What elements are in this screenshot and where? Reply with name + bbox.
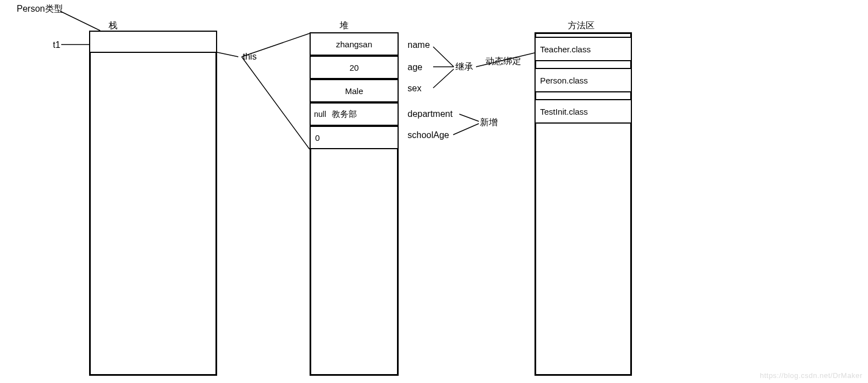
heap-cell-age: 20 bbox=[310, 56, 399, 79]
svg-line-8 bbox=[433, 69, 454, 88]
heap-value-sex: Male bbox=[345, 86, 364, 96]
heap-field-label-sex: sex bbox=[408, 84, 421, 94]
method-area-cell-teacher: Teacher.class bbox=[534, 37, 632, 61]
t1-label: t1 bbox=[53, 40, 60, 50]
heap-value-schoolage: 0 bbox=[315, 133, 320, 143]
method-area-cell-person: Person.class bbox=[534, 68, 632, 92]
heap-field-label-department: department bbox=[408, 109, 453, 119]
heap-cell-sex: Male bbox=[310, 79, 399, 102]
method-area-class-0: Teacher.class bbox=[540, 45, 591, 54]
method-area-class-1: Person.class bbox=[540, 76, 588, 85]
svg-line-6 bbox=[433, 47, 454, 67]
svg-line-4 bbox=[242, 57, 310, 149]
heap-value-name: zhangsan bbox=[336, 40, 372, 49]
heap-prefix-department: null bbox=[314, 110, 326, 119]
svg-line-11 bbox=[453, 124, 479, 135]
heap-cell-department: null 教务部 bbox=[310, 102, 399, 126]
method-area-class-2: TestInit.class bbox=[540, 107, 588, 116]
method-area-title: 方法区 bbox=[568, 20, 595, 32]
watermark: https://blog.csdn.net/DrMaker bbox=[760, 371, 862, 380]
heap-value-department: 教务部 bbox=[332, 109, 357, 120]
inherit-label: 继承 bbox=[455, 61, 473, 73]
heap-title: 堆 bbox=[340, 20, 349, 32]
svg-line-10 bbox=[459, 114, 479, 121]
person-type-label: Person类型 bbox=[17, 3, 63, 15]
this-label: this bbox=[243, 52, 257, 62]
new-added-label: 新增 bbox=[480, 117, 498, 129]
method-area-cell-testinit: TestInit.class bbox=[534, 99, 632, 124]
dynamic-binding-label: 动态绑定 bbox=[486, 56, 521, 67]
heap-cell-schoolage: 0 bbox=[310, 126, 399, 149]
heap-field-label-schoolage: schoolAge bbox=[408, 130, 449, 140]
heap-cell-name: zhangsan bbox=[310, 32, 399, 56]
stack-title: 栈 bbox=[109, 20, 117, 32]
heap-field-label-age: age bbox=[408, 62, 423, 72]
stack-cell-t1 bbox=[89, 31, 217, 53]
heap-field-label-name: name bbox=[408, 40, 430, 50]
svg-line-0 bbox=[60, 11, 100, 31]
stack-box bbox=[89, 31, 217, 376]
heap-value-age: 20 bbox=[350, 63, 359, 72]
